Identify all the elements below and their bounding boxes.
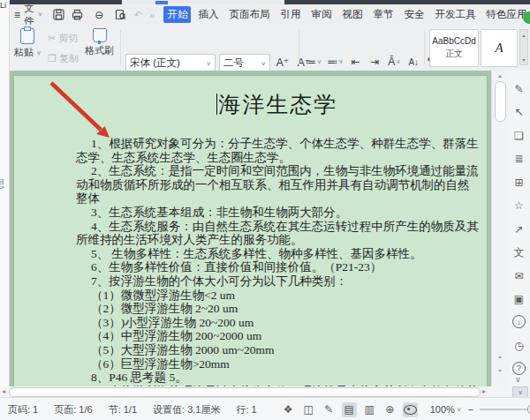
web-view-button[interactable]: ⊕ bbox=[382, 402, 398, 417]
zoom-level-button[interactable]: 100% ∨ bbox=[430, 404, 462, 415]
wps-writer-window: ≡ 文件 ∨ ⊖ ↶ » 开始插入页面布局引用审阅视图章节安全开发工具特色应用文… bbox=[0, 0, 530, 420]
font-size-combobox[interactable]: 二号 ∨ bbox=[219, 54, 270, 71]
menu-tab[interactable]: 页面布局 bbox=[225, 6, 273, 23]
menu-tab[interactable]: 引用 bbox=[276, 6, 304, 23]
doc-paragraph: 4、生态系统服务：由自然生态系统在其生态运转过程中所产生的物质及其所维持的生活环… bbox=[76, 220, 480, 247]
menu-tab[interactable]: 开始 bbox=[163, 6, 191, 23]
format-painter-icon bbox=[93, 28, 107, 42]
menu-tab[interactable]: 视图 bbox=[338, 6, 366, 23]
sort-button[interactable]: A↓ bbox=[405, 54, 422, 70]
doc-paragraph: 5、 生物多样性：生态系统多样性、物种多样性、基因多样性。 bbox=[76, 247, 480, 261]
copy-label: 复制 bbox=[59, 52, 79, 65]
chevron-down-icon: ∨ bbox=[338, 58, 343, 65]
chevron-down-icon: ∨ bbox=[36, 49, 42, 56]
panel-tool-icon[interactable]: ▣ bbox=[511, 292, 526, 307]
increase-indent-button[interactable]: ⇥ bbox=[366, 54, 383, 70]
doc-paragraph: （5）大型浮游生物 2000 um~20mm bbox=[76, 343, 480, 357]
document-canvas[interactable]: 海洋生态学 1、根据研究对象可分为：分子生态学、个体生态学、种群生态学、群落生态… bbox=[9, 71, 491, 386]
doc-paragraph: （4）中型浮游生物 200~2000 um bbox=[76, 329, 480, 343]
bullet-list-button[interactable]: ≔∨ bbox=[304, 54, 323, 70]
next-page-button[interactable]: ▾ bbox=[492, 367, 508, 373]
doc-paragraph: 1、根据研究对象可分为：分子生态学、个体生态学、种群生态学、群落生态学、生态系统… bbox=[76, 137, 480, 164]
print-preview-button[interactable] bbox=[115, 9, 126, 20]
two-page-view-button[interactable]: ◫ bbox=[301, 402, 316, 417]
menu-tab[interactable]: 审阅 bbox=[307, 6, 335, 23]
previous-page-button[interactable]: ▴ bbox=[492, 353, 508, 359]
vertical-scrollbar[interactable]: ▴ ▴ ▾ bbox=[491, 71, 508, 386]
panel-tool-icon[interactable]: ≣ bbox=[511, 152, 526, 167]
format-painter-button[interactable]: 格式刷 bbox=[85, 28, 114, 57]
vertical-scrollbar-thumb[interactable] bbox=[495, 81, 506, 122]
zoom-slider[interactable] bbox=[480, 409, 530, 410]
zoom-out-button[interactable]: − bbox=[468, 404, 473, 415]
style-normal-button[interactable]: AaBbCcDd 正文 bbox=[429, 29, 479, 67]
menu-bar: ≡ 文件 ∨ ⊖ ↶ » 开始插入页面布局引用审阅视图章节安全开发工具特色应用文… bbox=[0, 4, 530, 25]
panel-tool-icon[interactable]: ☆ bbox=[511, 199, 526, 214]
ribbon-tabs: 开始插入页面布局引用审阅视图章节安全开发工具特色应用文档助手 bbox=[162, 6, 530, 23]
bullet-list-icon: ≔ bbox=[306, 56, 316, 68]
panel-tool-icon[interactable]: ✉ bbox=[511, 268, 526, 283]
style-next-button[interactable]: A bbox=[481, 29, 518, 67]
format-painter-label: 格式刷 bbox=[85, 44, 114, 57]
print-button[interactable] bbox=[72, 9, 83, 20]
copy-button[interactable]: ❐ 复制 bbox=[48, 52, 79, 65]
panel-tool-icon[interactable]: ? bbox=[512, 362, 526, 375]
eye-protection-button[interactable] bbox=[403, 402, 418, 417]
fullscreen-view-button[interactable]: ❖ bbox=[281, 402, 296, 417]
scroll-up-icon[interactable]: ▴ bbox=[492, 72, 508, 79]
menu-tab[interactable]: 章节 bbox=[369, 6, 397, 23]
style-preview-text: AaBbCcDd bbox=[432, 36, 475, 46]
doc-paragraph: （3）)小型浮游生物 20~200 um bbox=[76, 316, 480, 330]
panel-tool-icon[interactable]: ◷ bbox=[511, 338, 526, 353]
character-scale-button[interactable]: Ă∨ bbox=[385, 54, 403, 70]
chevron-down-icon: ∨ bbox=[396, 58, 400, 65]
right-side-panel: ✎↖❏≣⊞☆↗文✉▣↓◷? bbox=[508, 71, 530, 386]
undo-button[interactable]: ↶ bbox=[133, 9, 142, 21]
numbered-list-button[interactable]: ≕∨ bbox=[325, 54, 344, 70]
cut-button[interactable]: ✂ 剪切 bbox=[48, 32, 78, 45]
status-page-number: 页码: 1 bbox=[0, 403, 46, 416]
file-menu-button[interactable]: ≡ 文件 ∨ bbox=[14, 2, 42, 28]
cut-label: 剪切 bbox=[58, 32, 78, 45]
style-gallery-scroll[interactable]: ▴ ▾ bbox=[519, 29, 528, 65]
font-size-value: 二号 bbox=[223, 56, 244, 70]
export-pdf-button[interactable]: ⊖ bbox=[90, 7, 108, 23]
decrease-indent-button[interactable]: ⇤ bbox=[346, 54, 364, 70]
separator bbox=[299, 30, 299, 65]
more-commands-button[interactable]: » bbox=[149, 10, 155, 20]
scroll-down-icon: ▾ bbox=[522, 56, 525, 63]
horizontal-scrollbar[interactable]: ◂ ▸ ∨ bbox=[0, 386, 530, 397]
panel-tool-icon[interactable]: ⊞ bbox=[511, 175, 526, 190]
page-view-button[interactable]: ▤ bbox=[342, 402, 357, 417]
panel-tool-icon[interactable]: ❏ bbox=[511, 128, 526, 143]
scissors-icon: ✂ bbox=[48, 33, 56, 44]
doc-paragraph: （2）微型浮游生物 2~20 um bbox=[76, 302, 480, 316]
scroll-right-icon[interactable]: ▸ bbox=[482, 387, 486, 395]
panel-tool-icon[interactable]: ↗ bbox=[511, 221, 526, 236]
status-line-number: 行: 1 bbox=[228, 403, 264, 416]
status-pages: 页面: 1/6 bbox=[46, 403, 100, 416]
doc-paragraph: （1）微微型浮游生物<2 um bbox=[76, 289, 480, 303]
menu-tab[interactable]: 安全 bbox=[400, 6, 428, 23]
pen-annotate-button[interactable]: ✎ bbox=[322, 402, 337, 417]
panel-collapse-chevron-icon[interactable]: ∨ bbox=[515, 375, 521, 384]
horizontal-scrollbar-thumb[interactable] bbox=[9, 387, 481, 397]
brand-green-dot-icon bbox=[523, 11, 530, 24]
panel-tool-icon[interactable]: ✎ bbox=[511, 81, 526, 96]
increase-font-button[interactable]: A⁺ bbox=[274, 55, 292, 71]
panel-tool-icon[interactable]: ↖ bbox=[511, 105, 526, 120]
menu-tab[interactable]: 开发工具 bbox=[431, 6, 479, 23]
background-window-text-fragment: 想 bbox=[0, 176, 4, 191]
outline-view-button[interactable]: ▥ bbox=[362, 402, 377, 417]
numbered-list-icon: ≕ bbox=[327, 56, 337, 68]
font-name-combobox[interactable]: 宋体 (正文) ∨ bbox=[125, 54, 216, 71]
panel-tool-icon[interactable]: ↓ bbox=[512, 315, 526, 328]
save-button[interactable] bbox=[53, 9, 64, 20]
paste-button[interactable]: 粘贴∨ bbox=[14, 28, 42, 59]
chevron-down-icon: ∨ bbox=[38, 11, 43, 18]
chevron-down-icon: ∨ bbox=[261, 59, 266, 65]
document-body: 1、根据研究对象可分为：分子生态学、个体生态学、种群生态学、群落生态学、生态系统… bbox=[76, 137, 480, 386]
panel-tool-icon[interactable]: 文 bbox=[511, 245, 526, 260]
scroll-left-icon[interactable]: ◂ bbox=[2, 387, 5, 395]
menu-tab[interactable]: 插入 bbox=[194, 6, 222, 23]
